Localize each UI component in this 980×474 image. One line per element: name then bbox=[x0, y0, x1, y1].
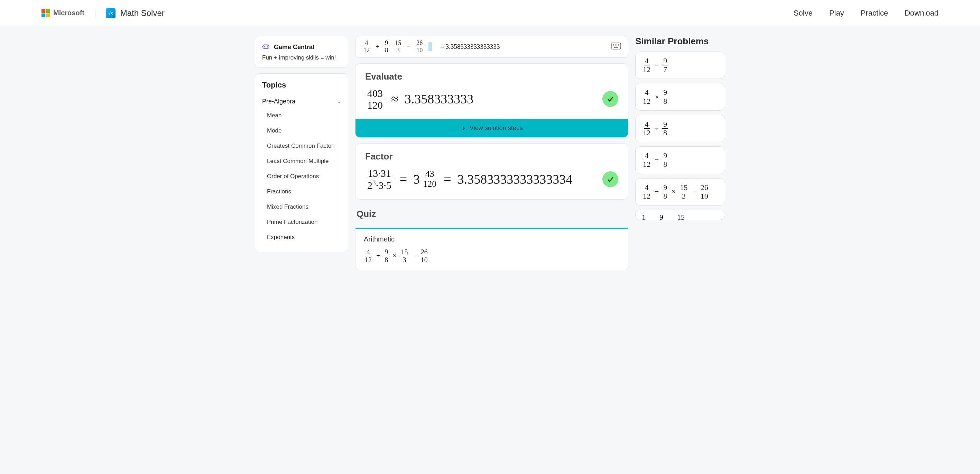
game-title: Game Central bbox=[274, 44, 314, 51]
quiz-expression: 412 + 98 × 153 − 2610 bbox=[364, 248, 620, 263]
svg-rect-5 bbox=[612, 43, 621, 49]
svg-point-4 bbox=[268, 47, 268, 47]
similar-sidebar: Similar Problems 412−97412×98412÷98412+9… bbox=[635, 36, 725, 220]
evaluate-expression: 403120 ≈ 3.358333333 bbox=[365, 88, 473, 111]
factor-expression: 13·31 23·3·5 = 3 43120 = 3.3583333333333… bbox=[365, 168, 572, 191]
similar-item-4[interactable]: 412+98×153−2610 bbox=[635, 178, 725, 206]
quiz-category: Arithmetic bbox=[364, 235, 620, 243]
quiz-title: Quiz bbox=[355, 205, 628, 222]
solver-brand[interactable]: √x Math Solver bbox=[106, 8, 165, 18]
similar-title: Similar Problems bbox=[635, 36, 725, 47]
subtopic-ooo[interactable]: Order of Operations bbox=[255, 169, 348, 184]
microsoft-text: Microsoft bbox=[53, 9, 84, 17]
chevron-down-icon: ⌄ bbox=[337, 99, 341, 104]
nav-play[interactable]: Play bbox=[829, 9, 844, 18]
topic-category-label: Pre-Algebra bbox=[262, 98, 295, 105]
subtopic-mixed[interactable]: Mixed Fractions bbox=[255, 199, 348, 214]
game-subtitle: Fun + improving skills = win! bbox=[262, 54, 341, 61]
check-icon bbox=[602, 91, 618, 107]
topics-card: Topics Pre-Algebra ⌄ Mean Mode Greatest … bbox=[255, 73, 348, 252]
quiz-card[interactable]: Arithmetic 412 + 98 × 153 − 2610 bbox=[355, 228, 628, 270]
gamepad-icon bbox=[262, 43, 270, 51]
subtopic-mode[interactable]: Mode bbox=[255, 123, 348, 139]
main-content: 412 + 98 153 − 2610 = 3.358333333333333 … bbox=[355, 36, 628, 270]
solver-icon: √x bbox=[106, 8, 116, 18]
header-left: Microsoft | √x Math Solver bbox=[41, 8, 165, 18]
solver-title: Math Solver bbox=[120, 8, 165, 18]
evaluate-title: Evaluate bbox=[355, 64, 628, 85]
input-cursor bbox=[428, 42, 432, 51]
factor-card: Factor 13·31 23·3·5 = 3 43120 = 3.358333… bbox=[355, 143, 628, 199]
nav-practice[interactable]: Practice bbox=[861, 9, 888, 18]
microsoft-icon bbox=[41, 9, 50, 17]
similar-item-0[interactable]: 412−97 bbox=[635, 51, 725, 79]
arrow-down-icon bbox=[461, 125, 466, 131]
view-steps-button[interactable]: View solution steps bbox=[355, 119, 628, 137]
game-central-card[interactable]: Game Central Fun + improving skills = wi… bbox=[255, 36, 348, 68]
topic-category-prealgebra[interactable]: Pre-Algebra ⌄ bbox=[255, 95, 348, 108]
input-result: = 3.358333333333333 bbox=[440, 43, 500, 51]
similar-item-2[interactable]: 412÷98 bbox=[635, 115, 725, 142]
svg-point-6 bbox=[613, 45, 614, 45]
sidebar: Game Central Fun + improving skills = wi… bbox=[255, 36, 348, 252]
topics-title: Topics bbox=[255, 81, 348, 95]
similar-list: 412−97412×98412÷98412+98412+98×153−26101… bbox=[635, 51, 725, 220]
subtopic-exponents[interactable]: Exponents bbox=[255, 230, 348, 245]
header-nav: Solve Play Practice Download bbox=[794, 9, 939, 18]
evaluate-card: Evaluate 403120 ≈ 3.358333333 View solut… bbox=[355, 63, 628, 138]
svg-point-3 bbox=[267, 46, 268, 46]
nav-solve[interactable]: Solve bbox=[794, 9, 813, 18]
svg-point-8 bbox=[617, 45, 617, 45]
subtopic-gcf[interactable]: Greatest Common Factor bbox=[255, 139, 348, 153]
svg-point-9 bbox=[618, 45, 619, 45]
similar-item-1[interactable]: 412×98 bbox=[635, 83, 725, 110]
expression-input[interactable]: 412 + 98 153 − 2610 = 3.358333333333333 bbox=[355, 36, 628, 58]
subtopic-fractions[interactable]: Fractions bbox=[255, 184, 348, 199]
subtopic-prime[interactable]: Prime Factorization bbox=[255, 214, 348, 230]
check-icon bbox=[602, 171, 618, 187]
keyboard-icon[interactable] bbox=[611, 43, 621, 51]
header-divider: | bbox=[94, 9, 96, 18]
svg-point-7 bbox=[615, 45, 616, 45]
subtopic-lcm[interactable]: Least Common Multiple bbox=[255, 153, 348, 169]
similar-item-5[interactable]: 1915 bbox=[635, 210, 725, 220]
expression-math: 412 + 98 153 − 2610 = 3.358333333333333 bbox=[363, 40, 500, 54]
factor-title: Factor bbox=[355, 144, 628, 165]
microsoft-logo[interactable]: Microsoft bbox=[41, 9, 84, 17]
app-header: Microsoft | √x Math Solver Solve Play Pr… bbox=[0, 0, 980, 26]
subtopic-mean[interactable]: Mean bbox=[255, 108, 348, 123]
nav-download[interactable]: Download bbox=[905, 9, 939, 18]
similar-item-3[interactable]: 412+98 bbox=[635, 146, 725, 174]
